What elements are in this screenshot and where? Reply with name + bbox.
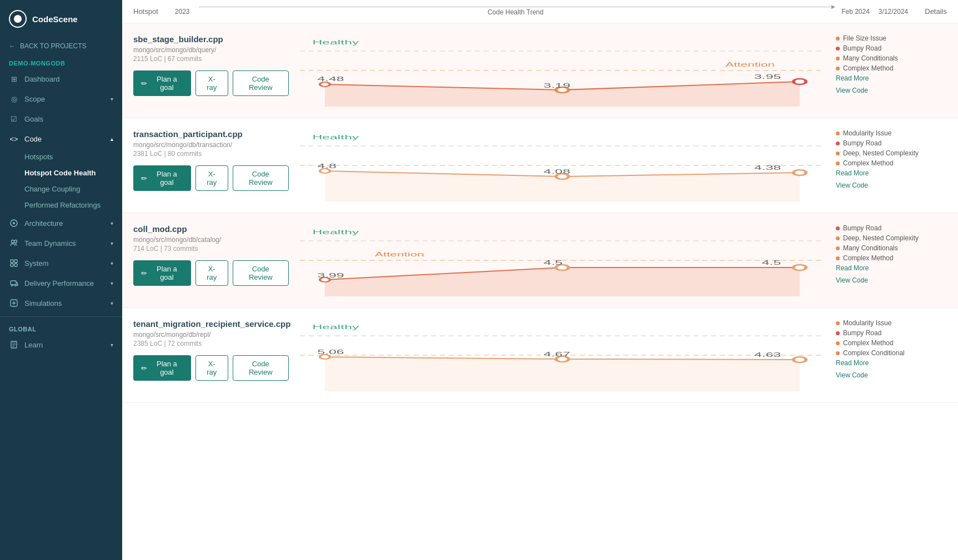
svg-text:4.5: 4.5	[544, 259, 563, 266]
xray-button-2[interactable]: X-ray	[195, 165, 228, 191]
learn-icon	[9, 340, 19, 350]
sidebar-item-change-coupling[interactable]: Change Coupling	[0, 181, 122, 197]
xray-button-4[interactable]: X-ray	[195, 355, 228, 381]
issue-item: Many Conditionals	[836, 244, 947, 252]
logo-icon	[9, 10, 27, 28]
path-2: mongo/src/mongo/db/transaction/	[133, 141, 289, 149]
sidebar-item-simulations[interactable]: Simulations ▾	[0, 293, 122, 313]
xray-button-1[interactable]: X-ray	[195, 70, 228, 96]
plan-goal-button-2[interactable]: ✏ Plan a goal	[133, 165, 191, 191]
svg-text:4.48: 4.48	[318, 75, 344, 82]
pencil-icon: ✏	[141, 174, 147, 183]
issue-item: Deep, Nested Complexity	[836, 234, 947, 242]
nav-label: Code	[24, 135, 42, 143]
sidebar-item-code[interactable]: <> Code ▴	[0, 129, 122, 149]
sidebar-item-system[interactable]: System ▾	[0, 253, 122, 273]
chart-1: Healthy Attention 4.48 3.19 3.95	[300, 34, 825, 107]
sidebar-item-hotspot-code-health[interactable]: Hotspot Code Health	[0, 165, 122, 181]
dot-icon	[836, 37, 840, 41]
sidebar-item-performed-refactorings[interactable]: Performed Refactorings	[0, 197, 122, 213]
svg-rect-8	[11, 281, 16, 285]
svg-text:Healthy: Healthy	[313, 229, 359, 235]
plan-goal-button-1[interactable]: ✏ Plan a goal	[133, 70, 191, 96]
card-issues-1: File Size Issue Bumpy Road Many Conditio…	[836, 34, 947, 94]
date-mar-2024: 3/12/2024	[879, 8, 908, 16]
code-review-button-4[interactable]: Code Review	[233, 355, 289, 381]
read-more-1[interactable]: Read More	[836, 74, 947, 82]
pencil-icon: ✏	[141, 364, 147, 372]
filename-2: transaction_participant.cpp	[133, 129, 289, 139]
header-row: Hotspot 2023 ▶ Code Health Trend Feb 202…	[122, 0, 958, 23]
dot-icon	[836, 226, 840, 230]
svg-rect-4	[11, 260, 13, 263]
card-issues-4: Modularity Issue Bumpy Road Complex Meth…	[836, 319, 947, 379]
svg-point-9	[12, 285, 13, 286]
nav-label: Delivery Performance	[24, 279, 94, 287]
read-more-2[interactable]: Read More	[836, 169, 947, 177]
sidebar-item-architecture[interactable]: Architecture ▾	[0, 213, 122, 233]
chevron-down-icon: ▾	[111, 220, 113, 226]
sidebar-item-hotspots[interactable]: Hotspots	[0, 149, 122, 165]
dot-icon	[836, 57, 840, 60]
svg-point-32	[794, 170, 806, 175]
card-sbe-stage-builder: sbe_stage_builder.cpp mongo/src/mongo/db…	[122, 23, 958, 118]
sidebar-item-learn[interactable]: Learn ▾	[0, 335, 122, 355]
trend-dates: 2023 ▶ Code Health Trend Feb 2024 3/12/2…	[169, 7, 914, 16]
svg-text:4.8: 4.8	[318, 163, 337, 169]
card-left-1: sbe_stage_builder.cpp mongo/src/mongo/db…	[133, 34, 289, 96]
svg-point-19	[320, 82, 330, 87]
sidebar-item-scope[interactable]: ◎ Scope ▾	[0, 89, 122, 109]
sidebar-item-delivery-performance[interactable]: Delivery Performance ▾	[0, 273, 122, 293]
chart-svg-1: Healthy Attention 4.48 3.19 3.95	[300, 34, 825, 107]
dot-icon	[836, 256, 840, 260]
path-1: mongo/src/mongo/db/query/	[133, 46, 289, 54]
system-icon	[9, 258, 19, 268]
back-to-projects[interactable]: ← BACK TO PROJECTS	[0, 38, 122, 54]
nav-label: Architecture	[24, 219, 63, 228]
svg-rect-6	[11, 264, 13, 266]
issue-item: Bumpy Road	[836, 329, 947, 337]
date-feb-2024: Feb 2024	[841, 8, 870, 16]
plan-goal-button-4[interactable]: ✏ Plan a goal	[133, 355, 191, 381]
view-code-4[interactable]: View Code	[836, 371, 947, 379]
svg-text:5.06: 5.06	[318, 349, 344, 355]
view-code-2[interactable]: View Code	[836, 181, 947, 189]
logo: CodeScene	[0, 0, 122, 38]
code-review-button-1[interactable]: Code Review	[233, 70, 289, 96]
dot-icon	[836, 67, 840, 70]
nav-label: Scope	[24, 95, 45, 103]
issue-item: Complex Method	[836, 254, 947, 262]
code-review-button-2[interactable]: Code Review	[233, 165, 289, 191]
view-code-3[interactable]: View Code	[836, 276, 947, 284]
read-more-4[interactable]: Read More	[836, 359, 947, 367]
dot-icon	[836, 331, 840, 335]
svg-text:4.67: 4.67	[544, 351, 570, 357]
card-buttons-4: ✏ Plan a goal X-ray Code Review	[133, 355, 289, 381]
nav-label: Dashboard	[24, 75, 60, 83]
arch-icon	[9, 218, 19, 228]
check-icon: ☑	[9, 114, 19, 124]
issue-item: Complex Method	[836, 64, 947, 72]
chevron-down-icon: ▾	[111, 300, 113, 306]
svg-text:3.99: 3.99	[318, 272, 344, 279]
sidebar-item-dashboard[interactable]: ⊞ Dashboard	[0, 69, 122, 89]
chevron-up-icon: ▴	[111, 136, 113, 142]
code-review-button-3[interactable]: Code Review	[233, 260, 289, 286]
sidebar-item-goals[interactable]: ☑ Goals	[0, 109, 122, 129]
card-coll-mod: coll_mod.cpp mongo/src/mongo/db/catalog/…	[122, 213, 958, 308]
meta-2: 2381 LoC | 80 commits	[133, 150, 289, 158]
svg-point-1	[13, 222, 15, 224]
svg-point-44	[794, 265, 806, 270]
view-code-1[interactable]: View Code	[836, 87, 947, 94]
svg-text:Healthy: Healthy	[313, 39, 359, 46]
xray-button-3[interactable]: X-ray	[195, 260, 228, 286]
svg-text:Healthy: Healthy	[313, 134, 359, 140]
dot-icon	[836, 152, 840, 155]
issue-item: Bumpy Road	[836, 139, 947, 147]
svg-point-21	[794, 79, 806, 84]
plan-goal-button-3[interactable]: ✏ Plan a goal	[133, 260, 191, 286]
pencil-icon: ✏	[141, 79, 147, 88]
read-more-3[interactable]: Read More	[836, 264, 947, 272]
project-label: DEMO-MONGODB	[0, 54, 122, 69]
sidebar-item-team-dynamics[interactable]: Team Dynamics ▾	[0, 233, 122, 253]
